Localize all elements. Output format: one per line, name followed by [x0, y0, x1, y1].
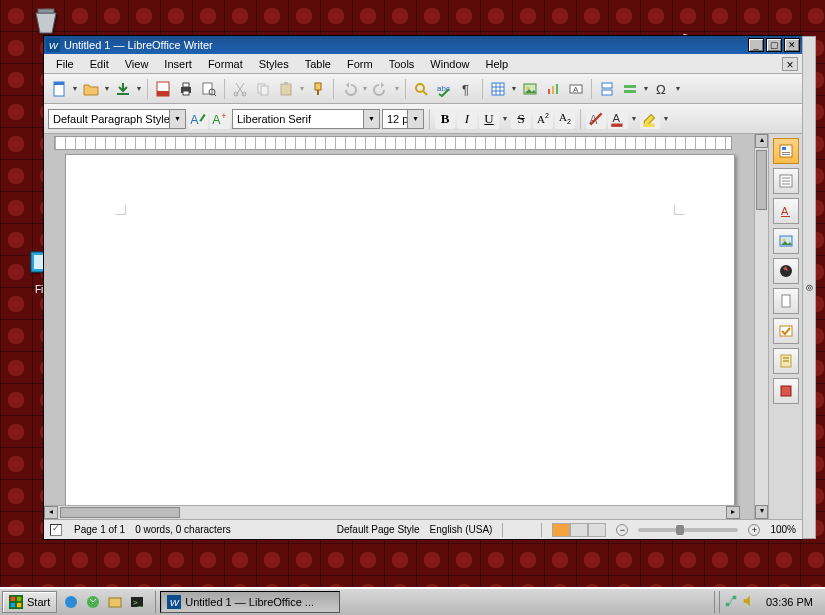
menu-format[interactable]: Format	[200, 56, 251, 72]
font-size-combo[interactable]: 12 pt ▼	[382, 109, 424, 129]
print-preview-icon[interactable]	[198, 78, 220, 100]
single-page-view-icon[interactable]	[552, 523, 570, 537]
titlebar[interactable]: W Untitled 1 — LibreOffice Writer _ ▢ ✕	[44, 36, 802, 54]
menu-view[interactable]: View	[117, 56, 157, 72]
insert-page-break-icon[interactable]	[596, 78, 618, 100]
save-icon[interactable]	[112, 78, 134, 100]
menu-table[interactable]: Table	[297, 56, 339, 72]
field-dropdown-icon[interactable]: ▼	[642, 85, 650, 92]
open-icon[interactable]	[80, 78, 102, 100]
menu-tools[interactable]: Tools	[381, 56, 423, 72]
chevron-down-icon[interactable]: ▼	[363, 110, 379, 128]
start-button[interactable]: Start	[2, 591, 57, 613]
menu-insert[interactable]: Insert	[156, 56, 200, 72]
quicklaunch-explorer-icon[interactable]	[105, 592, 125, 612]
save-indicator-icon[interactable]	[50, 524, 62, 536]
zoom-out-icon[interactable]: −	[616, 524, 628, 536]
strikethrough-icon[interactable]: S	[511, 109, 531, 129]
sidebar-character-icon[interactable]: A	[773, 198, 799, 224]
font-name-combo[interactable]: Liberation Serif ▼	[232, 109, 380, 129]
insert-chart-icon[interactable]	[542, 78, 564, 100]
maximize-button[interactable]: ▢	[766, 38, 782, 52]
quicklaunch-mail-icon[interactable]	[83, 592, 103, 612]
export-pdf-icon[interactable]	[152, 78, 174, 100]
spellcheck-icon[interactable]: abc	[433, 78, 455, 100]
close-button[interactable]: ✕	[784, 38, 800, 52]
clear-formatting-icon[interactable]: A	[586, 109, 606, 129]
menu-help[interactable]: Help	[477, 56, 516, 72]
status-wordcount[interactable]: 0 words, 0 characters	[135, 524, 231, 535]
tray-volume-icon[interactable]	[742, 594, 756, 610]
new-document-icon[interactable]	[48, 78, 70, 100]
paragraph-style-combo[interactable]: Default Paragraph Style ▼	[48, 109, 186, 129]
undo-icon[interactable]	[338, 78, 360, 100]
scroll-right-icon[interactable]: ▸	[726, 506, 740, 519]
menu-window[interactable]: Window	[422, 56, 477, 72]
menu-styles[interactable]: Styles	[251, 56, 297, 72]
highlight-dropdown-icon[interactable]: ▼	[662, 115, 670, 122]
font-color-dropdown-icon[interactable]: ▼	[630, 115, 638, 122]
italic-icon[interactable]: I	[457, 109, 477, 129]
new-style-icon[interactable]: A+	[210, 109, 230, 129]
chevron-down-icon[interactable]: ▼	[407, 110, 423, 128]
print-icon[interactable]	[175, 78, 197, 100]
document-viewport[interactable]	[48, 154, 752, 505]
document-page[interactable]	[65, 154, 735, 505]
status-page[interactable]: Page 1 of 1	[74, 524, 125, 535]
superscript-icon[interactable]: A2	[533, 109, 553, 129]
clone-formatting-icon[interactable]	[307, 78, 329, 100]
font-color-icon[interactable]: A	[608, 109, 628, 129]
subscript-icon[interactable]: A2	[555, 109, 575, 129]
sidebar-properties-icon[interactable]	[773, 138, 799, 164]
cut-icon[interactable]	[229, 78, 251, 100]
underline-icon[interactable]: U	[479, 109, 499, 129]
multi-page-view-icon[interactable]	[570, 523, 588, 537]
copy-icon[interactable]	[252, 78, 274, 100]
save-dropdown-icon[interactable]: ▼	[135, 85, 143, 92]
zoom-slider[interactable]	[638, 528, 738, 532]
sidebar-manage-changes-icon[interactable]	[773, 318, 799, 344]
menu-form[interactable]: Form	[339, 56, 381, 72]
quicklaunch-terminal-icon[interactable]: >_	[127, 592, 147, 612]
paste-dropdown-icon[interactable]: ▼	[298, 85, 306, 92]
recycle-bin-icon[interactable]	[30, 5, 62, 37]
document-close-button[interactable]: ×	[782, 57, 798, 71]
scrollbar-thumb[interactable]	[756, 150, 767, 210]
formatting-marks-icon[interactable]: ¶	[456, 78, 478, 100]
bold-icon[interactable]: B	[435, 109, 455, 129]
minimize-button[interactable]: _	[748, 38, 764, 52]
status-language[interactable]: English (USA)	[430, 524, 493, 535]
redo-dropdown-icon[interactable]: ▼	[393, 85, 401, 92]
sidebar-accessibility-icon[interactable]	[773, 378, 799, 404]
symbol-dropdown-icon[interactable]: ▼	[674, 85, 682, 92]
sidebar-styles-icon[interactable]	[773, 168, 799, 194]
sidebar-page-icon[interactable]	[773, 288, 799, 314]
open-dropdown-icon[interactable]: ▼	[103, 85, 111, 92]
find-replace-icon[interactable]	[410, 78, 432, 100]
paste-icon[interactable]	[275, 78, 297, 100]
insert-field-icon[interactable]	[619, 78, 641, 100]
undo-dropdown-icon[interactable]: ▼	[361, 85, 369, 92]
redo-icon[interactable]	[370, 78, 392, 100]
horizontal-scrollbar[interactable]: ◂ ▸ ◎	[44, 505, 740, 519]
insert-image-icon[interactable]	[519, 78, 541, 100]
task-writer[interactable]: W Untitled 1 — LibreOffice ...	[160, 591, 340, 613]
insert-symbol-icon[interactable]: Ω	[651, 78, 673, 100]
book-view-icon[interactable]	[588, 523, 606, 537]
scroll-left-icon[interactable]: ◂	[44, 506, 58, 519]
insert-textbox-icon[interactable]: A	[565, 78, 587, 100]
scroll-down-icon[interactable]: ▾	[755, 505, 768, 519]
sidebar-navigator-icon[interactable]	[773, 258, 799, 284]
status-insert-mode[interactable]	[502, 523, 542, 537]
status-zoom[interactable]: 100%	[770, 524, 796, 535]
zoom-in-icon[interactable]: +	[748, 524, 760, 536]
insert-table-icon[interactable]	[487, 78, 509, 100]
vertical-scrollbar[interactable]: ▴ ▾	[754, 134, 768, 519]
highlight-color-icon[interactable]	[640, 109, 660, 129]
menu-edit[interactable]: Edit	[82, 56, 117, 72]
table-dropdown-icon[interactable]: ▼	[510, 85, 518, 92]
update-style-icon[interactable]: A	[188, 109, 208, 129]
tray-network-icon[interactable]	[724, 594, 738, 610]
sidebar-style-inspector-icon[interactable]	[773, 348, 799, 374]
horizontal-ruler[interactable]	[54, 136, 732, 150]
